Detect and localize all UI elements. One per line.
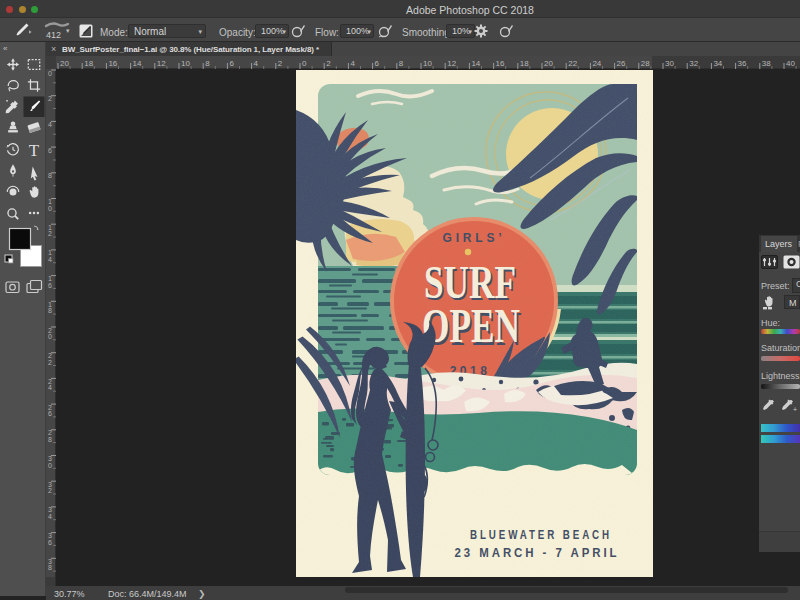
svg-text:14: 14: [471, 59, 480, 68]
svg-text:34: 34: [713, 59, 722, 68]
svg-text:26: 26: [617, 59, 626, 68]
svg-text:2: 2: [48, 359, 52, 366]
svg-text:6: 6: [48, 539, 52, 546]
svg-text:10: 10: [423, 59, 432, 68]
svg-text:+: +: [793, 406, 797, 413]
svg-text:14: 14: [133, 59, 142, 68]
svg-text:40: 40: [786, 59, 795, 68]
svg-text:38: 38: [762, 59, 771, 68]
svg-text:0: 0: [48, 333, 52, 340]
svg-text:4: 4: [254, 59, 259, 68]
svg-text:«: «: [3, 44, 8, 53]
svg-text:4: 4: [48, 256, 52, 263]
svg-text:0: 0: [48, 205, 52, 212]
svg-text:6: 6: [48, 410, 52, 417]
svg-text:4: 4: [48, 513, 52, 520]
svg-text:10: 10: [181, 59, 190, 68]
svg-text:8: 8: [48, 307, 52, 314]
svg-text:18: 18: [520, 59, 529, 68]
svg-text:6: 6: [48, 147, 52, 154]
svg-text:12: 12: [157, 59, 166, 68]
svg-text:24: 24: [592, 59, 601, 68]
svg-text:8: 8: [48, 564, 52, 571]
svg-text:4: 4: [350, 59, 355, 68]
svg-text:8: 8: [48, 436, 52, 443]
svg-text:0: 0: [48, 70, 52, 77]
svg-text:2: 2: [48, 95, 52, 102]
svg-text:28: 28: [641, 59, 650, 68]
svg-text:8: 8: [205, 59, 210, 68]
svg-text:20: 20: [544, 59, 553, 68]
svg-text:8: 8: [48, 172, 52, 179]
svg-text:16: 16: [108, 59, 117, 68]
svg-text:6: 6: [375, 59, 380, 68]
svg-text:2: 2: [48, 230, 52, 237]
svg-text:4: 4: [48, 384, 52, 391]
svg-text:36: 36: [738, 59, 747, 68]
svg-text:2: 2: [326, 59, 331, 68]
svg-text:32: 32: [689, 59, 698, 68]
svg-text:2: 2: [278, 59, 283, 68]
svg-text:6: 6: [229, 59, 234, 68]
svg-text:22: 22: [568, 59, 577, 68]
svg-text:12: 12: [447, 59, 456, 68]
svg-text:4: 4: [48, 121, 52, 128]
svg-text:8: 8: [399, 59, 404, 68]
svg-text:30: 30: [665, 59, 674, 68]
svg-text:18: 18: [84, 59, 93, 68]
svg-text:16: 16: [496, 59, 505, 68]
svg-text:T: T: [29, 141, 40, 160]
svg-text:20: 20: [60, 59, 69, 68]
svg-text:2: 2: [48, 487, 52, 494]
svg-text:0: 0: [302, 59, 307, 68]
svg-text:0: 0: [48, 462, 52, 469]
svg-text:6: 6: [48, 282, 52, 289]
